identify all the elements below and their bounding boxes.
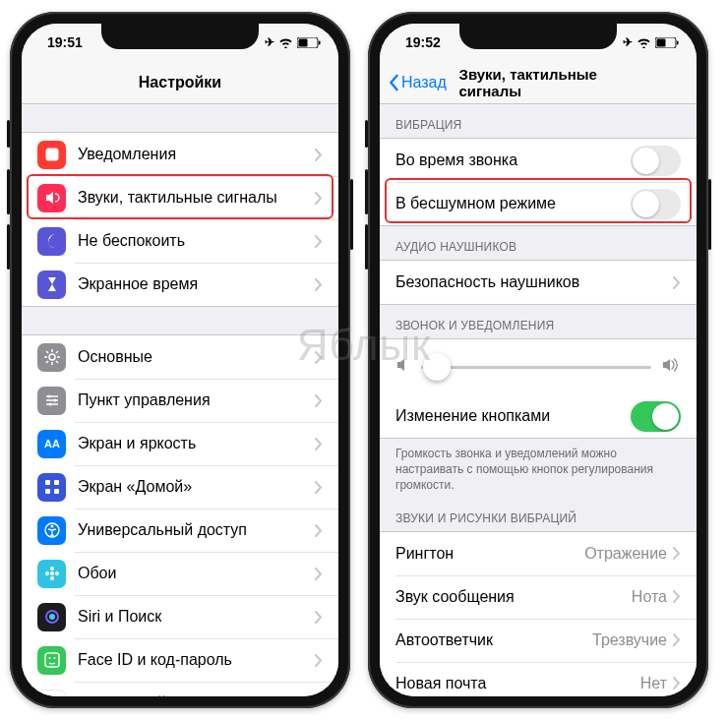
row-label: Универсальный доступ [78, 521, 315, 539]
airplane-icon: ✈ [265, 35, 274, 49]
chevron-icon [315, 481, 323, 494]
chevron-icon [315, 351, 323, 364]
svg-rect-2 [319, 40, 321, 44]
volume-slider[interactable] [421, 366, 651, 369]
battery-icon [297, 37, 321, 48]
row-headphone-safety[interactable]: Безопасность наушников [380, 261, 697, 304]
settings-row[interactable]: Уведомления [22, 133, 338, 176]
chevron-icon [315, 235, 323, 248]
svg-point-18 [45, 571, 49, 575]
toggle-change-with-buttons[interactable] [631, 401, 681, 432]
speaker-low-icon [395, 358, 411, 376]
settings-row[interactable]: Универсальный доступ [22, 509, 338, 552]
svg-point-23 [48, 657, 50, 659]
settings-row[interactable]: Не беспокоить [22, 219, 338, 263]
settings-row[interactable]: Звуки, тактильные сигналы [22, 176, 338, 219]
row-label: Уведомления [78, 146, 315, 163]
svg-rect-31 [677, 40, 679, 44]
chevron-icon [673, 590, 681, 603]
sos-icon: SOS [37, 690, 66, 697]
settings-row[interactable]: SOSЭкстренный вызов — SOS [22, 682, 338, 696]
row-label: Во время звонка [395, 151, 631, 169]
speaker-high-icon [661, 358, 681, 376]
svg-point-16 [50, 567, 54, 570]
settings-row[interactable]: Экранное время [22, 263, 338, 306]
row-change-with-buttons[interactable]: Изменение кнопками [380, 394, 697, 438]
chevron-icon [673, 677, 681, 690]
row-vibration[interactable]: Во время звонка [380, 139, 697, 182]
section-headphones: АУДИО НАУШНИКОВ [380, 226, 697, 260]
chevron-icon [673, 633, 681, 646]
airplane-icon: ✈ [623, 35, 633, 49]
row-label: Основные [78, 348, 315, 366]
moon-icon [37, 227, 66, 256]
svg-rect-22 [45, 653, 59, 667]
back-button[interactable]: Назад [388, 74, 447, 91]
navbar: Назад Звуки, тактильные сигналы [380, 61, 697, 104]
row-label: Face ID и код-пароль [78, 651, 315, 669]
svg-point-17 [50, 576, 54, 580]
svg-point-5 [47, 395, 50, 398]
settings-row[interactable]: Обои [22, 552, 338, 595]
row-value: Нота [632, 588, 667, 606]
back-label: Назад [401, 74, 447, 91]
row-label: Звук сообщения [395, 588, 632, 606]
svg-rect-9 [45, 480, 50, 485]
svg-text:AA: AA [44, 438, 60, 450]
page-title: Звуки, тактильные сигналы [459, 66, 618, 99]
toggle[interactable] [631, 189, 681, 219]
svg-point-6 [53, 399, 56, 402]
phone-left: 19:51 ✈ Настройки УведомленияЗвуки, такт… [10, 12, 350, 708]
footer-ringer: Громкость звонка и уведомлений можно нас… [380, 439, 697, 498]
row-sound[interactable]: АвтоответчикТрезвучие [380, 619, 697, 662]
row-sound[interactable]: РингтонОтражение [380, 532, 697, 575]
svg-point-4 [49, 354, 55, 360]
row-label: В бесшумном режиме [395, 195, 631, 212]
settings-row[interactable]: AAЭкран и яркость [22, 422, 338, 465]
page-title: Настройки [139, 74, 221, 91]
svg-rect-1 [299, 38, 308, 46]
navbar: Настройки [22, 61, 338, 104]
row-label: Рингтон [395, 545, 584, 563]
sliders-icon [37, 387, 66, 415]
phone-right: 19:52 ✈ Назад Звуки, тактильные сигналы … [368, 12, 708, 708]
chevron-icon [315, 278, 323, 291]
chevron-icon [315, 438, 323, 450]
chevron-icon [315, 192, 323, 205]
settings-row[interactable]: Экран «Домой» [22, 465, 338, 509]
svg-point-24 [53, 657, 55, 659]
row-label: Звуки, тактильные сигналы [78, 189, 315, 207]
chevron-icon [315, 654, 323, 667]
row-label: Пункт управления [78, 391, 315, 409]
row-value: Отражение [584, 545, 667, 563]
toggle[interactable] [631, 146, 681, 176]
chevron-icon [315, 611, 323, 624]
settings-row[interactable]: Пункт управления [22, 379, 338, 422]
svg-point-19 [55, 571, 59, 575]
row-label: Экран «Домой» [78, 478, 315, 496]
section-ringer: ЗВОНОК И УВЕДОМЛЕНИЯ [380, 305, 697, 338]
svg-point-21 [49, 614, 55, 620]
row-label: Новая почта [395, 675, 640, 692]
row-label: Siri и Поиск [78, 608, 315, 626]
gear-icon [37, 343, 66, 372]
row-vibration[interactable]: В бесшумном режиме [380, 182, 697, 225]
svg-point-15 [50, 571, 54, 575]
chevron-icon [315, 568, 323, 580]
access-icon [37, 516, 66, 545]
section-sounds: ЗВУКИ И РИСУНКИ ВИБРАЦИЙ [380, 498, 697, 531]
row-sound[interactable]: Звук сообщенияНота [380, 575, 697, 619]
svg-point-7 [48, 403, 51, 406]
settings-row[interactable]: Siri и Поиск [22, 595, 338, 638]
row-sound[interactable]: Новая почтаНет [380, 662, 697, 696]
settings-row[interactable]: Основные [22, 335, 338, 379]
svg-rect-11 [45, 489, 50, 494]
row-label: Экстренный вызов — SOS [78, 694, 315, 696]
settings-row[interactable]: Face ID и код-пароль [22, 638, 338, 682]
row-value: Нет [640, 675, 667, 692]
svg-rect-30 [657, 38, 666, 46]
section-vibration: ВИБРАЦИЯ [380, 104, 697, 138]
status-time: 19:51 [47, 34, 83, 50]
notif-icon [37, 141, 66, 169]
chevron-icon [673, 547, 681, 560]
